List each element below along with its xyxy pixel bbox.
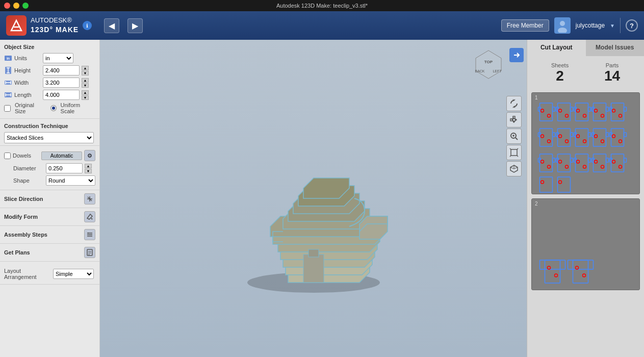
get-plans-icon[interactable] bbox=[84, 247, 95, 258]
dowels-section: Dowels Automatic ⚙ Diameter ▲ ▼ Shape Ro… bbox=[0, 146, 99, 190]
sheet-2-svg bbox=[532, 199, 639, 290]
assembly-steps-label: Assembly Steps bbox=[4, 232, 47, 238]
height-spinner[interactable]: ▲ ▼ bbox=[82, 66, 89, 75]
right-panel-tabs: Cut Layout Model Issues bbox=[527, 40, 644, 56]
free-member-button[interactable]: Free Member bbox=[501, 19, 549, 32]
dowels-checkbox[interactable] bbox=[4, 152, 11, 159]
height-up-btn[interactable]: ▲ bbox=[82, 66, 89, 70]
layout-row: Layout Arrangement Simple By Part By She… bbox=[4, 266, 95, 282]
original-size-checkbox[interactable] bbox=[4, 105, 11, 112]
maximize-button[interactable] bbox=[22, 3, 29, 9]
pan-tool-button[interactable] bbox=[506, 112, 522, 128]
length-up-btn[interactable]: ▲ bbox=[82, 90, 89, 95]
parts-value: 14 bbox=[604, 68, 620, 84]
username-label: julycottage bbox=[576, 22, 605, 29]
close-button[interactable] bbox=[4, 3, 10, 9]
svg-line-44 bbox=[510, 167, 514, 169]
app-name: AUTODESK® bbox=[31, 16, 79, 25]
rotate-tool-button[interactable] bbox=[506, 96, 522, 111]
shape-select[interactable]: Round Square bbox=[46, 175, 95, 186]
back-button[interactable]: ◀ bbox=[104, 18, 119, 33]
svg-rect-48 bbox=[308, 249, 319, 257]
layout-select[interactable]: Simple By Part By Sheet bbox=[53, 269, 94, 279]
export-button[interactable] bbox=[509, 48, 524, 62]
svg-line-41 bbox=[517, 156, 518, 157]
diameter-up-btn[interactable]: ▲ bbox=[85, 164, 92, 168]
tab-model-issues[interactable]: Model Issues bbox=[586, 40, 645, 56]
original-size-row: Original Size Uniform Scale bbox=[4, 102, 95, 114]
dowels-row: Dowels Automatic ⚙ bbox=[4, 150, 95, 161]
help-button[interactable]: ? bbox=[626, 19, 638, 32]
svg-rect-47 bbox=[303, 254, 324, 283]
dowels-config-icon[interactable]: ⚙ bbox=[84, 150, 95, 161]
main-area: Object Size in Units in mmcmft bbox=[0, 40, 644, 357]
length-label: Length bbox=[14, 92, 41, 98]
uniform-scale-radio[interactable] bbox=[50, 105, 57, 111]
tab-cut-layout[interactable]: Cut Layout bbox=[527, 40, 586, 56]
dowels-label: Dowels bbox=[13, 152, 39, 159]
modify-form-label: Modify Form bbox=[4, 214, 38, 220]
forward-button[interactable]: ▶ bbox=[127, 18, 143, 33]
modify-form-row[interactable]: Modify Form bbox=[0, 208, 99, 226]
units-icon: in bbox=[4, 54, 12, 62]
sheet-2-number: 2 bbox=[535, 201, 538, 207]
layout-arrangement-section: Layout Arrangement Simple By Part By She… bbox=[0, 262, 99, 285]
length-down-btn[interactable]: ▼ bbox=[82, 95, 89, 100]
dowels-automatic-button[interactable]: Automatic bbox=[41, 151, 82, 160]
svg-point-1 bbox=[560, 21, 565, 26]
slice-direction-row[interactable]: Slice Direction bbox=[0, 190, 99, 208]
viewport: TOP BACK LEFT bbox=[100, 40, 527, 357]
cube-tool-button[interactable] bbox=[506, 161, 522, 176]
length-spinner[interactable]: ▲ ▼ bbox=[82, 90, 89, 100]
header: AUTODESK® 123D° MAKE ℹ ◀ ▶ Free Member j… bbox=[0, 11, 644, 40]
diameter-down-btn[interactable]: ▼ bbox=[85, 169, 92, 173]
height-down-btn[interactable]: ▼ bbox=[82, 71, 89, 75]
svg-line-39 bbox=[517, 148, 518, 149]
technique-select[interactable]: Stacked Slices Interlocked Slices Curve … bbox=[4, 132, 94, 143]
svg-rect-49 bbox=[532, 93, 639, 194]
minimize-button[interactable] bbox=[13, 3, 19, 9]
sheet-2-preview[interactable]: 2 bbox=[531, 198, 640, 290]
height-label: Height bbox=[14, 67, 41, 73]
sheet-1-preview[interactable]: 1 bbox=[531, 92, 640, 194]
width-spinner[interactable]: ▲ ▼ bbox=[82, 78, 89, 88]
sheets-value: 2 bbox=[551, 68, 569, 84]
user-dropdown-icon[interactable]: ▼ bbox=[610, 23, 615, 29]
avatar bbox=[554, 17, 571, 34]
diameter-input[interactable] bbox=[46, 163, 83, 173]
width-up-btn[interactable]: ▲ bbox=[82, 78, 89, 83]
zoom-tool-button[interactable] bbox=[506, 129, 522, 144]
sheet-1-svg bbox=[532, 93, 639, 194]
object-size-title: Object Size bbox=[4, 44, 95, 50]
viewport-tools bbox=[506, 96, 522, 176]
width-label: Width bbox=[14, 80, 41, 86]
sheet-1-number: 1 bbox=[535, 95, 538, 100]
width-down-btn[interactable]: ▼ bbox=[82, 83, 89, 88]
svg-line-20 bbox=[91, 218, 92, 219]
fit-tool-button[interactable] bbox=[506, 145, 522, 160]
diameter-spinner[interactable]: ▲ ▼ bbox=[85, 164, 92, 173]
diameter-label: Diameter bbox=[13, 165, 44, 171]
construction-technique-title: Construction Technique bbox=[4, 123, 95, 129]
get-plans-row[interactable]: Get Plans bbox=[0, 244, 99, 262]
info-badge[interactable]: ℹ bbox=[83, 21, 92, 30]
height-row: Height ▲ ▼ bbox=[4, 65, 95, 75]
width-icon bbox=[4, 79, 12, 87]
svg-line-34 bbox=[516, 138, 518, 140]
length-input[interactable] bbox=[43, 90, 80, 100]
left-panel: Object Size in Units in mmcmft bbox=[0, 40, 100, 357]
slice-direction-icon[interactable] bbox=[84, 193, 95, 205]
navigation-cube[interactable]: TOP BACK LEFT bbox=[471, 48, 506, 84]
height-input[interactable] bbox=[43, 65, 80, 75]
assembly-steps-icon[interactable] bbox=[84, 229, 95, 240]
units-select[interactable]: in mmcmft bbox=[43, 53, 73, 63]
assembly-steps-row[interactable]: Assembly Steps bbox=[0, 226, 99, 244]
length-row: Length ▲ ▼ bbox=[4, 90, 95, 100]
svg-marker-29 bbox=[476, 50, 501, 79]
window-title: Autodesk 123D Make: teeclip_v3.stl* bbox=[276, 3, 368, 9]
units-label: Units bbox=[14, 55, 41, 61]
width-input[interactable] bbox=[43, 78, 80, 88]
svg-text:LEFT: LEFT bbox=[493, 69, 502, 73]
right-panel: Cut Layout Model Issues Sheets 2 Parts 1… bbox=[527, 40, 644, 357]
modify-form-icon[interactable] bbox=[84, 211, 95, 222]
